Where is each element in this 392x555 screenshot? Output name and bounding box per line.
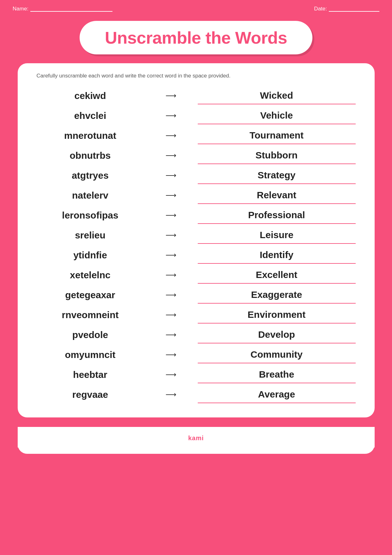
word-row-14: heebtar ⟶ Breathe — [37, 365, 356, 385]
word-row-1: ehvclei ⟶ Vehicle — [37, 106, 356, 126]
answer-word-14[interactable]: Breathe — [198, 366, 356, 383]
word-table: cekiwd ⟶ Wicked ehvclei ⟶ Vehicle mnerot… — [37, 86, 356, 405]
scrambled-word-7: srelieu — [37, 227, 144, 243]
word-row-8: ytidnfie ⟶ Identify — [37, 245, 356, 265]
footer-logo: kami — [18, 430, 375, 447]
answer-word-7[interactable]: Leisure — [198, 227, 356, 244]
word-row-2: mnerotunat ⟶ Tournament — [37, 126, 356, 146]
scrambled-word-15: regvaae — [37, 387, 144, 403]
answer-word-3[interactable]: Stubborn — [198, 147, 356, 164]
arrow-4: ⟶ — [158, 171, 184, 180]
header-row: Name: Date: — [0, 0, 392, 15]
name-label: Name: — [13, 6, 28, 12]
scrambled-word-13: omyumncit — [37, 347, 144, 363]
answer-word-4[interactable]: Strategy — [198, 167, 356, 184]
scrambled-word-0: cekiwd — [37, 88, 144, 104]
scrambled-word-2: mnerotunat — [37, 128, 144, 144]
word-row-7: srelieu ⟶ Leisure — [37, 225, 356, 245]
arrow-10: ⟶ — [158, 291, 184, 299]
word-row-15: regvaae ⟶ Average — [37, 385, 356, 405]
answer-word-9[interactable]: Excellent — [198, 267, 356, 284]
answer-word-2[interactable]: Tournament — [198, 127, 356, 144]
content-card: Carefully unscramble each word and write… — [18, 63, 375, 417]
word-row-0: cekiwd ⟶ Wicked — [37, 86, 356, 106]
word-row-13: omyumncit ⟶ Community — [37, 345, 356, 365]
answer-word-0[interactable]: Wicked — [198, 87, 356, 104]
word-row-3: obnutrbs ⟶ Stubborn — [37, 146, 356, 166]
instructions-text: Carefully unscramble each word and write… — [37, 73, 356, 79]
scrambled-word-9: xetelelnc — [37, 267, 144, 283]
name-field: Name: — [13, 6, 112, 12]
arrow-9: ⟶ — [158, 271, 184, 280]
answer-word-5[interactable]: Relevant — [198, 187, 356, 204]
answer-word-6[interactable]: Professional — [198, 207, 356, 224]
scrambled-word-6: leronsofipas — [37, 207, 144, 223]
word-row-10: getegeaxar ⟶ Exaggerate — [37, 285, 356, 305]
arrow-6: ⟶ — [158, 211, 184, 220]
word-row-12: pvedole ⟶ Develop — [37, 325, 356, 345]
word-row-11: rnveomneint ⟶ Environment — [37, 305, 356, 325]
answer-word-13[interactable]: Community — [198, 346, 356, 363]
word-row-9: xetelelnc ⟶ Excellent — [37, 265, 356, 285]
arrow-2: ⟶ — [158, 131, 184, 140]
answer-word-11[interactable]: Environment — [198, 306, 356, 324]
scrambled-word-5: natelerv — [37, 188, 144, 203]
scrambled-word-1: ehvclei — [37, 108, 144, 124]
footer-bar: kami — [18, 427, 375, 454]
scrambled-word-12: pvedole — [37, 327, 144, 343]
scrambled-word-3: obnutrbs — [37, 148, 144, 163]
title-card: Unscramble the Words — [80, 21, 312, 54]
arrow-12: ⟶ — [158, 330, 184, 339]
arrow-1: ⟶ — [158, 111, 184, 120]
arrow-7: ⟶ — [158, 231, 184, 240]
scrambled-word-4: atgtryes — [37, 168, 144, 183]
scrambled-word-11: rnveomneint — [37, 307, 144, 323]
page-wrapper: Name: Date: Unscramble the Words Careful… — [0, 0, 392, 555]
word-row-5: natelerv ⟶ Relevant — [37, 186, 356, 206]
answer-word-12[interactable]: Develop — [198, 326, 356, 343]
scrambled-word-14: heebtar — [37, 367, 144, 383]
arrow-8: ⟶ — [158, 251, 184, 260]
arrow-11: ⟶ — [158, 311, 184, 319]
date-field: Date: — [314, 6, 379, 12]
date-label: Date: — [314, 6, 327, 12]
arrow-14: ⟶ — [158, 370, 184, 379]
word-row-4: atgtryes ⟶ Strategy — [37, 166, 356, 186]
answer-word-1[interactable]: Vehicle — [198, 107, 356, 124]
scrambled-word-8: ytidnfie — [37, 247, 144, 263]
arrow-0: ⟶ — [158, 91, 184, 100]
page-title: Unscramble the Words — [105, 28, 287, 47]
date-line[interactable] — [329, 6, 379, 12]
arrow-15: ⟶ — [158, 390, 184, 399]
name-line[interactable] — [30, 6, 112, 12]
scrambled-word-10: getegeaxar — [37, 287, 144, 303]
answer-word-10[interactable]: Exaggerate — [198, 287, 356, 304]
arrow-3: ⟶ — [158, 151, 184, 160]
arrow-13: ⟶ — [158, 350, 184, 359]
answer-word-8[interactable]: Identify — [198, 247, 356, 264]
word-row-6: leronsofipas ⟶ Professional — [37, 206, 356, 225]
answer-word-15[interactable]: Average — [198, 386, 356, 403]
arrow-5: ⟶ — [158, 191, 184, 200]
